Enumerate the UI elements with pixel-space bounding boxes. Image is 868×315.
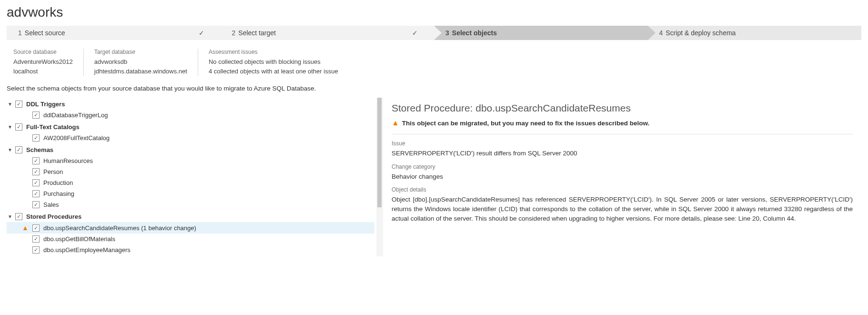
info-row: Source database AdventureWorks2012 local… bbox=[7, 49, 861, 83]
step-num: 3 bbox=[445, 29, 449, 37]
category-checkbox[interactable]: ✓ bbox=[15, 101, 22, 108]
tree-item[interactable]: ✓Purchasing bbox=[7, 188, 374, 199]
item-label: dbo.uspSearchCandidateResumes (1 behavio… bbox=[43, 224, 196, 232]
category: ▼✓Stored Procedures▲✓dbo.uspSearchCandid… bbox=[7, 211, 374, 255]
item-label: dbo.uspGetBillOfMaterials bbox=[43, 235, 115, 243]
item-checkbox[interactable]: ✓ bbox=[32, 112, 40, 119]
item-checkbox[interactable]: ✓ bbox=[32, 224, 40, 232]
warning-triangle-icon: ▲ bbox=[22, 224, 30, 232]
category: ▼✓DDL Triggers✓ddlDatabaseTriggerLog bbox=[7, 99, 374, 121]
item-checkbox[interactable]: ✓ bbox=[32, 246, 40, 254]
category: ▼✓Schemas✓HumanResources✓Person✓Producti… bbox=[7, 144, 374, 210]
object-details-text: Object [dbo].[uspSearchCandidateResumes]… bbox=[392, 195, 853, 224]
category: ▼✓Full-Text Catalogs✓AW2008FullTextCatal… bbox=[7, 122, 374, 143]
step-label: Select target bbox=[238, 29, 276, 37]
info-target-label: Target database bbox=[94, 49, 187, 55]
step-num: 2 bbox=[232, 29, 236, 37]
tree-item[interactable]: ✓dbo.uspGetEmployeeManagers bbox=[7, 244, 374, 255]
tree-item[interactable]: ✓dbo.uspGetBillOfMaterials bbox=[7, 234, 374, 244]
tree-item[interactable]: ✓Sales bbox=[7, 199, 374, 210]
item-label: ddlDatabaseTriggerLog bbox=[43, 112, 108, 119]
item-checkbox[interactable]: ✓ bbox=[32, 134, 40, 142]
detail-warning-text: This object can be migrated, but you may… bbox=[402, 120, 649, 127]
category-label: DDL Triggers bbox=[26, 101, 65, 108]
step-num: 1 bbox=[18, 29, 22, 37]
expander-icon[interactable]: ▼ bbox=[7, 124, 13, 130]
page-title: advworks bbox=[7, 5, 861, 20]
tree-item[interactable]: ✓Person bbox=[7, 166, 374, 177]
tree-item[interactable]: ✓Production bbox=[7, 177, 374, 188]
detail-warning: ▲ This object can be migrated, but you m… bbox=[392, 119, 853, 127]
issue-label: Issue bbox=[392, 140, 853, 147]
instruction-text: Select the schema objects from your sour… bbox=[7, 85, 861, 92]
item-checkbox[interactable]: ✓ bbox=[32, 179, 40, 186]
category-label: Change category bbox=[392, 163, 853, 170]
category-label: Stored Procedures bbox=[26, 213, 81, 220]
category-checkbox[interactable]: ✓ bbox=[15, 146, 22, 153]
info-issues-label: Assessment issues bbox=[209, 49, 338, 55]
item-checkbox[interactable]: ✓ bbox=[32, 190, 40, 197]
object-details-label: Object details bbox=[392, 186, 853, 193]
tree-item[interactable]: ▲✓dbo.uspSearchCandidateResumes (1 behav… bbox=[7, 222, 374, 234]
check-icon: ✓ bbox=[199, 29, 204, 37]
tree-item[interactable]: ✓ddlDatabaseTriggerLog bbox=[7, 110, 374, 121]
info-issues-line2: 4 collected objects with at least one ot… bbox=[209, 67, 338, 76]
category-label: Schemas bbox=[26, 146, 53, 153]
detail-pane: Stored Procedure: dbo.uspSearchCandidate… bbox=[383, 98, 861, 256]
item-checkbox[interactable]: ✓ bbox=[32, 235, 40, 243]
item-label: Sales bbox=[43, 201, 59, 208]
item-label: AW2008FullTextCatalog bbox=[43, 134, 110, 142]
tree-item[interactable]: ✓AW2008FullTextCatalog bbox=[7, 132, 374, 143]
info-source-label: Source database bbox=[13, 49, 73, 55]
info-source-db: AdventureWorks2012 bbox=[13, 57, 73, 67]
info-issues-line1: No collected objects with blocking issue… bbox=[209, 57, 338, 67]
step-label: Select objects bbox=[452, 29, 497, 37]
item-label: HumanResources bbox=[43, 157, 93, 164]
item-checkbox[interactable]: ✓ bbox=[32, 168, 40, 175]
category-checkbox[interactable]: ✓ bbox=[15, 123, 22, 131]
expander-icon[interactable]: ▼ bbox=[7, 147, 13, 152]
item-checkbox[interactable]: ✓ bbox=[32, 201, 40, 208]
item-label: Production bbox=[43, 179, 73, 186]
info-source-server: localhost bbox=[13, 67, 73, 76]
step-1[interactable]: 1Select source✓ bbox=[7, 26, 221, 40]
category-checkbox[interactable]: ✓ bbox=[15, 213, 22, 220]
step-2[interactable]: 2Select target✓ bbox=[221, 26, 434, 40]
detail-heading: Stored Procedure: dbo.uspSearchCandidate… bbox=[392, 102, 853, 114]
step-num: 4 bbox=[659, 29, 663, 37]
item-checkbox[interactable]: ✓ bbox=[32, 157, 40, 164]
item-label: Purchasing bbox=[43, 190, 74, 197]
info-target-server: jdhtestdms.database.windows.net bbox=[94, 67, 187, 76]
info-source: Source database AdventureWorks2012 local… bbox=[13, 49, 83, 76]
expander-icon[interactable]: ▼ bbox=[7, 102, 13, 107]
issue-text: SERVERPROPERTY('LCID') result differs fr… bbox=[392, 149, 853, 158]
scroll-thumb[interactable] bbox=[377, 98, 382, 207]
step-label: Select source bbox=[25, 29, 65, 37]
item-label: Person bbox=[43, 168, 63, 175]
expander-icon[interactable]: ▼ bbox=[7, 214, 13, 219]
step-4[interactable]: 4Script & deploy schema bbox=[648, 26, 862, 40]
info-target-db: advworksdb bbox=[94, 57, 187, 67]
warning-triangle-icon: ▲ bbox=[392, 119, 399, 127]
category-label: Full-Text Catalogs bbox=[26, 123, 80, 131]
info-issues: Assessment issues No collected objects w… bbox=[198, 49, 349, 76]
divider bbox=[392, 134, 853, 134]
object-tree: ▼✓DDL Triggers✓ddlDatabaseTriggerLog▼✓Fu… bbox=[7, 98, 383, 255]
info-target: Target database advworksdb jdhtestdms.da… bbox=[83, 49, 198, 76]
check-icon: ✓ bbox=[412, 29, 418, 37]
step-bar: 1Select source✓2Select target✓3Select ob… bbox=[7, 26, 861, 40]
step-3[interactable]: 3Select objects bbox=[434, 26, 648, 40]
tree-item[interactable]: ✓HumanResources bbox=[7, 155, 374, 166]
item-label: dbo.uspGetEmployeeManagers bbox=[43, 246, 131, 254]
category-text: Behavior changes bbox=[392, 172, 853, 182]
tree-scrollbar[interactable] bbox=[376, 98, 383, 256]
step-label: Script & deploy schema bbox=[666, 29, 736, 37]
